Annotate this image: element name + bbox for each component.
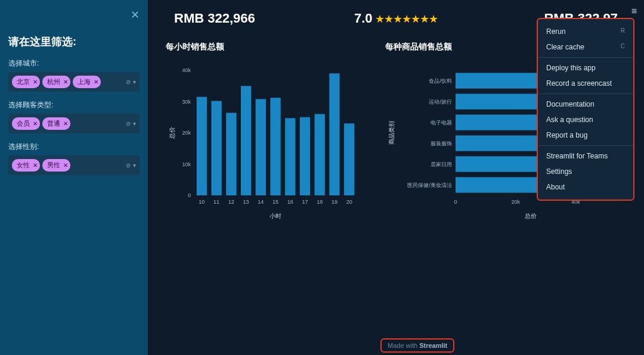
svg-text:服装服饰: 服装服饰 bbox=[431, 141, 452, 147]
menu-item-label: Rerun bbox=[546, 27, 566, 36]
svg-text:医药保健/美妆清洁: 医药保健/美妆清洁 bbox=[407, 182, 452, 188]
menu-item-label: Record a screencast bbox=[546, 79, 612, 88]
menu-item[interactable]: Clear cacheC bbox=[538, 39, 633, 55]
svg-text:15: 15 bbox=[273, 199, 278, 205]
menu-item-label: Deploy this app bbox=[546, 64, 596, 72]
chip-city[interactable]: 杭州✕ bbox=[42, 76, 70, 88]
svg-text:居家日用: 居家日用 bbox=[431, 161, 452, 167]
svg-rect-5 bbox=[197, 97, 207, 195]
clear-icon[interactable]: ⊘ bbox=[126, 79, 131, 85]
menu-item[interactable]: Report a bug bbox=[538, 127, 633, 143]
svg-text:18: 18 bbox=[317, 199, 323, 205]
made-with-brand: Streamlit bbox=[419, 342, 447, 349]
chip-label: 普通 bbox=[47, 119, 60, 128]
chevron-down-icon[interactable]: ▾ bbox=[133, 79, 136, 85]
kpi-value: RMB 322,966 bbox=[174, 11, 322, 26]
svg-text:总价: 总价 bbox=[524, 213, 537, 219]
made-with-text: Made with bbox=[388, 342, 419, 349]
menu-item-label: Clear cache bbox=[546, 43, 584, 51]
svg-text:12: 12 bbox=[228, 199, 234, 205]
menu-item-label: Settings bbox=[546, 167, 572, 176]
kpi-rating: 7.0 ★★★★★★★ bbox=[322, 11, 470, 26]
svg-text:商品类别: 商品类别 bbox=[388, 121, 395, 145]
menu-shortcut: C bbox=[621, 43, 625, 51]
chip-remove-icon[interactable]: ✕ bbox=[94, 79, 98, 85]
chevron-down-icon[interactable]: ▾ bbox=[133, 120, 136, 127]
clear-icon[interactable]: ⊘ bbox=[126, 120, 131, 127]
svg-rect-15 bbox=[270, 98, 280, 195]
svg-text:14: 14 bbox=[258, 199, 264, 205]
filter-gender-select[interactable]: 女性✕ 男性✕ ⊘▾ bbox=[8, 155, 140, 175]
svg-text:16: 16 bbox=[287, 199, 293, 205]
svg-text:总价: 总价 bbox=[169, 127, 175, 139]
menu-item[interactable]: Record a screencast bbox=[538, 76, 633, 91]
chart-hourly-svg: 010k20k30k40k1011121314151617181920小时总价 bbox=[166, 58, 363, 225]
menu-item-label: Documentation bbox=[546, 100, 595, 108]
menu-item[interactable]: Deploy this app bbox=[538, 60, 633, 76]
svg-text:10k: 10k bbox=[182, 161, 191, 167]
hamburger-icon[interactable]: ≡ bbox=[631, 6, 637, 17]
close-icon[interactable]: ✕ bbox=[131, 8, 140, 21]
multiselect-controls[interactable]: ⊘▾ bbox=[126, 79, 136, 85]
filter-customer-select[interactable]: 会员✕ 普通✕ ⊘▾ bbox=[8, 114, 140, 133]
svg-text:40k: 40k bbox=[182, 67, 191, 73]
svg-text:13: 13 bbox=[243, 199, 249, 205]
multiselect-controls[interactable]: ⊘▾ bbox=[126, 162, 136, 169]
chevron-down-icon[interactable]: ▾ bbox=[133, 162, 136, 169]
filter-city-select[interactable]: 北京✕ 杭州✕ 上海✕ ⊘▾ bbox=[8, 72, 140, 92]
menu-item[interactable]: Ask a question bbox=[538, 112, 633, 127]
made-with-badge[interactable]: Made with Streamlit bbox=[380, 338, 454, 353]
multiselect-controls[interactable]: ⊘▾ bbox=[126, 120, 136, 127]
chip-remove-icon[interactable]: ✕ bbox=[63, 162, 68, 169]
menu-item[interactable]: RerunR bbox=[538, 24, 633, 39]
svg-text:运动/旅行: 运动/旅行 bbox=[429, 99, 452, 105]
chip-gender[interactable]: 男性✕ bbox=[42, 159, 70, 172]
svg-text:17: 17 bbox=[302, 199, 308, 205]
svg-text:小时: 小时 bbox=[270, 213, 281, 219]
app-menu[interactable]: RerunRClear cacheCDeploy this appRecord … bbox=[537, 18, 634, 201]
chip-remove-icon[interactable]: ✕ bbox=[33, 79, 38, 85]
kpi-total-sales: RMB 322,966 bbox=[174, 11, 322, 26]
chart-title: 每小时销售总额 bbox=[166, 42, 369, 52]
filter-city-label: 选择城市: bbox=[8, 58, 140, 68]
chip-customer[interactable]: 会员✕ bbox=[12, 117, 40, 130]
svg-rect-23 bbox=[329, 73, 339, 195]
svg-rect-11 bbox=[241, 86, 251, 195]
sidebar-title: 请在这里筛选: bbox=[8, 35, 140, 49]
chip-city[interactable]: 上海✕ bbox=[73, 76, 101, 88]
svg-rect-21 bbox=[315, 114, 325, 196]
menu-item[interactable]: Streamlit for Teams bbox=[538, 148, 633, 164]
chip-remove-icon[interactable]: ✕ bbox=[63, 79, 68, 85]
chip-gender[interactable]: 女性✕ bbox=[12, 159, 40, 172]
svg-rect-17 bbox=[285, 118, 295, 195]
svg-rect-7 bbox=[211, 101, 221, 195]
kpi-value: 7.0 bbox=[354, 11, 373, 26]
filter-gender-label: 选择性别: bbox=[8, 142, 140, 152]
chip-city[interactable]: 北京✕ bbox=[12, 76, 40, 88]
menu-item-label: Ask a question bbox=[546, 116, 593, 124]
svg-rect-19 bbox=[300, 117, 310, 195]
filter-customer-label: 选择顾客类型: bbox=[8, 100, 140, 110]
menu-item-label: Report a bug bbox=[546, 131, 587, 139]
svg-text:0: 0 bbox=[454, 199, 457, 205]
menu-item[interactable]: Settings bbox=[538, 164, 633, 179]
svg-text:20k: 20k bbox=[512, 199, 521, 205]
clear-icon[interactable]: ⊘ bbox=[126, 162, 131, 169]
chip-remove-icon[interactable]: ✕ bbox=[33, 120, 38, 127]
chip-label: 上海 bbox=[78, 77, 91, 86]
svg-text:30k: 30k bbox=[182, 99, 191, 105]
svg-text:10: 10 bbox=[199, 199, 205, 205]
menu-divider bbox=[538, 94, 633, 94]
svg-rect-9 bbox=[226, 113, 236, 195]
chip-remove-icon[interactable]: ✕ bbox=[63, 120, 68, 127]
svg-text:20: 20 bbox=[346, 199, 352, 205]
menu-item[interactable]: About bbox=[538, 179, 633, 195]
sidebar: ✕ 请在这里筛选: 选择城市: 北京✕ 杭州✕ 上海✕ ⊘▾ 选择顾客类型: 会… bbox=[0, 0, 148, 355]
menu-item[interactable]: Documentation bbox=[538, 96, 633, 112]
svg-text:0: 0 bbox=[188, 192, 191, 198]
stars-icon: ★★★★★★★ bbox=[375, 13, 438, 25]
chip-customer[interactable]: 普通✕ bbox=[42, 117, 70, 130]
svg-text:电子电器: 电子电器 bbox=[431, 120, 452, 126]
chip-remove-icon[interactable]: ✕ bbox=[33, 162, 38, 169]
svg-text:19: 19 bbox=[332, 199, 338, 205]
